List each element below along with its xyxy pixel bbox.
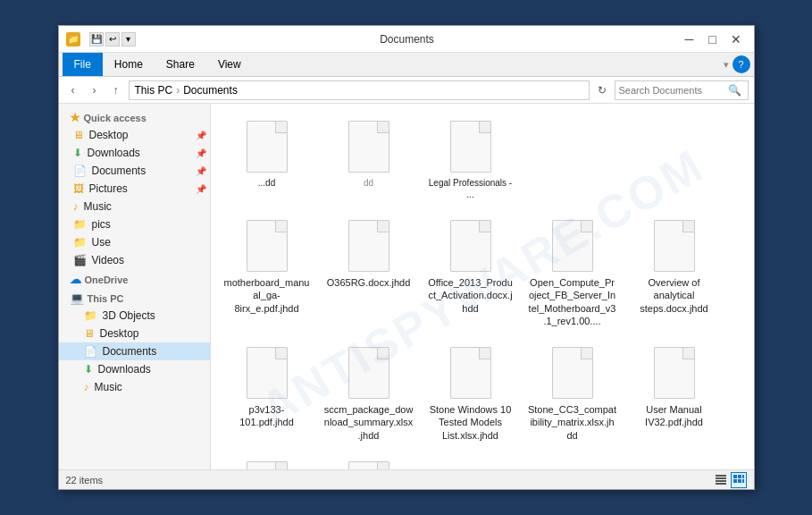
sidebar-item-pictures[interactable]: 🖼 Pictures 📌 <box>59 180 210 198</box>
desktop-pc-icon: 🖥 <box>84 327 95 340</box>
up-button[interactable]: ↑ <box>107 81 125 99</box>
content-wrapper: ANTISPYWARE.COM ...dd dd <box>211 104 754 469</box>
sidebar-item-downloads-pc[interactable]: ⬇ Downloads <box>59 360 210 378</box>
close-button[interactable]: ✕ <box>725 29 747 50</box>
music-folder-icon: ♪ <box>73 200 79 213</box>
file-name: Office_2013_Product_Activation.docx.jhdd <box>426 276 515 315</box>
desktop-folder-icon: 🖥 <box>73 129 84 141</box>
forward-button[interactable]: › <box>86 81 104 99</box>
tab-view[interactable]: View <box>206 53 253 76</box>
save-btn[interactable]: 💾 <box>89 32 104 46</box>
pictures-folder-icon: 🖼 <box>73 182 84 195</box>
list-item[interactable]: sccm_package_download_summary.xlsx.jhdd <box>320 337 418 448</box>
sidebar-section-onedrive[interactable]: ☁ OneDrive <box>59 269 210 288</box>
list-item[interactable]: Open_Compute_Project_FB_Server_Intel_Mot… <box>523 210 622 333</box>
list-view-button[interactable] <box>713 472 729 488</box>
title-bar: 📁 💾 ↩ ▾ Documents ─ □ ✕ <box>59 26 754 53</box>
list-item[interactable] <box>320 452 418 469</box>
window-controls[interactable]: ─ □ ✕ <box>679 29 747 50</box>
pc-icon: 💻 <box>70 291 84 305</box>
sidebar-item-downloads[interactable]: ⬇ Downloads 📌 <box>59 144 210 162</box>
list-item[interactable] <box>218 452 316 469</box>
file-item-partial-3[interactable]: Legal Professionals - ... <box>422 111 520 207</box>
spacer <box>523 111 622 207</box>
path-sep-1: › <box>176 84 180 97</box>
file-name: Overview of analytical steps.docx.jhdd <box>630 276 719 315</box>
sidebar-item-music[interactable]: ♪ Music <box>59 198 210 215</box>
file-icon <box>649 216 699 274</box>
sidebar-label-pictures: Pictures <box>89 182 128 195</box>
file-item-partial-2[interactable]: dd <box>320 111 418 207</box>
back-button[interactable]: ‹ <box>64 81 82 99</box>
list-item[interactable]: Stone Windows 10 Tested Models List.xlsx… <box>422 337 520 448</box>
path-documents[interactable]: Documents <box>183 84 238 97</box>
svg-rect-4 <box>733 475 737 478</box>
file-icon <box>548 343 597 401</box>
details-view-button[interactable] <box>731 472 747 488</box>
undo-btn[interactable]: ↩ <box>105 32 120 46</box>
file-name: motherboard_manual_ga-8irx_e.pdf.jhdd <box>222 276 312 315</box>
sidebar-label-music: Music <box>84 200 112 213</box>
sidebar-section-this-pc[interactable]: 💻 This PC <box>59 288 210 307</box>
sidebar-section-quick-access[interactable]: ★ Quick access <box>59 107 210 126</box>
sidebar-label-videos: Videos <box>92 254 124 266</box>
refresh-button[interactable]: ↻ <box>593 81 611 99</box>
sidebar-label-desktop-pc: Desktop <box>100 327 139 340</box>
file-icon <box>242 117 291 175</box>
downloads-pc-icon: ⬇ <box>84 363 93 376</box>
main-area: ★ Quick access 🖥 Desktop 📌 ⬇ Downloads 📌… <box>59 104 754 469</box>
sidebar-label-downloads: Downloads <box>88 147 140 159</box>
sidebar-label-pics: pics <box>92 218 111 231</box>
sidebar-item-videos[interactable]: 🎬 Videos <box>59 251 210 269</box>
svg-rect-6 <box>742 475 744 478</box>
sidebar-item-documents[interactable]: 📄 Documents 📌 <box>59 162 210 180</box>
list-item[interactable]: Overview of analytical steps.docx.jhdd <box>625 210 724 333</box>
documents-folder-icon: 📄 <box>73 165 87 177</box>
sidebar-label-desktop: Desktop <box>89 129 129 141</box>
address-bar: ‹ › ↑ This PC › Documents ↻ 🔍 <box>59 77 754 104</box>
tab-home[interactable]: Home <box>103 53 155 76</box>
3d-objects-icon: 📁 <box>84 309 97 322</box>
sidebar-item-pics[interactable]: 📁 pics <box>59 215 210 233</box>
address-path[interactable]: This PC › Documents <box>129 80 590 100</box>
svg-rect-1 <box>716 477 726 479</box>
pin-icon-4: 📌 <box>196 184 206 194</box>
file-item-partial-1[interactable]: ...dd <box>218 111 316 207</box>
svg-rect-0 <box>716 475 726 477</box>
tab-file[interactable]: File <box>63 53 103 76</box>
ribbon-tabs: File Home Share View ▾ ? <box>59 53 754 76</box>
sidebar-item-desktop-pc[interactable]: 🖥 Desktop <box>59 325 210 342</box>
tab-share[interactable]: Share <box>155 53 206 76</box>
file-name: Legal Professionals - ... <box>426 177 515 200</box>
maximize-button[interactable]: □ <box>702 29 724 50</box>
list-item[interactable]: User Manual IV32.pdf.jhdd <box>625 337 724 448</box>
pin-icon: 📌 <box>196 131 206 140</box>
quick-access-label: Quick access <box>84 113 146 123</box>
sidebar-item-desktop[interactable]: 🖥 Desktop 📌 <box>59 126 210 144</box>
status-bar: 22 items <box>59 469 754 489</box>
sidebar-item-3d-objects[interactable]: 📁 3D Objects <box>59 307 210 325</box>
ribbon-expand-btn[interactable]: ▾ <box>720 59 732 71</box>
sidebar-item-music-pc[interactable]: ♪ Music <box>59 378 210 396</box>
file-name: Stone Windows 10 Tested Models List.xlsx… <box>426 403 515 442</box>
sidebar-item-use[interactable]: 📁 Use <box>59 233 210 251</box>
file-name: ...dd <box>258 177 275 189</box>
list-item[interactable]: O365RG.docx.jhdd <box>320 210 418 333</box>
use-folder-icon: 📁 <box>73 236 87 249</box>
search-input[interactable] <box>619 85 726 96</box>
list-item[interactable]: Office_2013_Product_Activation.docx.jhdd <box>422 210 520 333</box>
list-item[interactable]: Stone_CC3_compatibility_matrix.xlsx.jhdd <box>523 337 622 448</box>
path-this-pc[interactable]: This PC <box>135 84 173 97</box>
view-controls[interactable] <box>713 472 747 488</box>
sidebar-item-documents-pc[interactable]: 📄 Documents <box>59 342 210 360</box>
properties-btn[interactable]: ▾ <box>121 32 136 46</box>
minimize-button[interactable]: ─ <box>679 29 700 50</box>
search-box[interactable]: 🔍 <box>615 80 749 100</box>
window-title: Documents <box>136 33 679 46</box>
help-button[interactable]: ? <box>732 55 750 73</box>
svg-rect-9 <box>742 479 744 483</box>
quick-access-toolbar[interactable]: 💾 ↩ ▾ <box>89 32 136 46</box>
list-item[interactable]: p3v133-101.pdf.jhdd <box>218 337 316 448</box>
list-item[interactable]: motherboard_manual_ga-8irx_e.pdf.jhdd <box>218 210 316 333</box>
file-icon <box>344 216 393 274</box>
